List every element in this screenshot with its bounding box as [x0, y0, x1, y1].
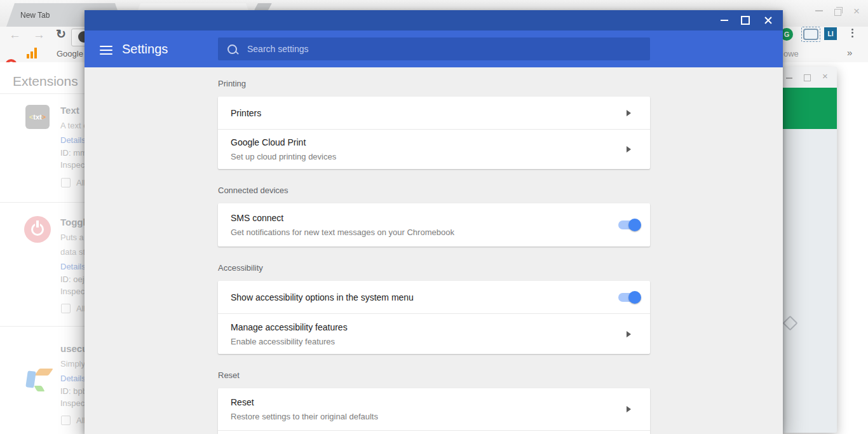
accessibility-options-toggle[interactable] [618, 293, 640, 302]
icon-char: txt [33, 113, 41, 121]
side-window-titlebar: × [783, 67, 837, 88]
bookmarks-overflow-icon[interactable]: » [847, 47, 852, 58]
side-close-button[interactable]: × [822, 71, 828, 81]
browser-minimize-button[interactable] [815, 10, 823, 11]
row-subtitle: Enable accessibility features [231, 337, 606, 346]
allow-checkbox[interactable] [61, 416, 71, 425]
sms-connect-toggle[interactable] [618, 220, 640, 229]
row-subtitle: Restore settings to their original defau… [231, 412, 606, 421]
forward-icon[interactable]: → [33, 29, 45, 41]
settings-content: Printing Printers Google Cloud Print Set… [218, 67, 650, 434]
extension-id: ID: mm [60, 148, 87, 158]
capture-extension-icon[interactable] [803, 29, 818, 40]
allow-checkbox[interactable] [61, 304, 71, 313]
row-title: Manage accessibility features [231, 322, 606, 332]
pencil-outline-icon [782, 315, 797, 330]
printing-card: Printers Google Cloud Print Set up cloud… [218, 97, 650, 169]
inspect-text[interactable]: Inspect [60, 398, 87, 408]
tab-label: New Tab [20, 11, 50, 20]
power-icon [24, 216, 51, 243]
usecure-cube-icon [25, 367, 51, 393]
allow-checkbox[interactable] [61, 178, 71, 187]
settings-maximize-button[interactable] [741, 10, 750, 31]
reload-icon[interactable]: ↻ [56, 28, 66, 40]
search-icon [227, 44, 237, 54]
navigate-forward-icon [627, 110, 631, 116]
side-app-window: × [783, 67, 837, 433]
row-google-cloud-print[interactable]: Google Cloud Print Set up cloud printing… [218, 129, 650, 169]
navigate-forward-icon [627, 146, 631, 153]
details-link[interactable]: Details [60, 262, 86, 271]
section-label-printing: Printing [218, 79, 650, 88]
extension-description: Puts a [60, 233, 84, 242]
extension-name: Text [60, 105, 79, 116]
settings-title: Settings [122, 42, 168, 57]
row-title: SMS connect [231, 213, 606, 223]
accessibility-card: Show accessibility options in the system… [218, 281, 650, 354]
row-title: Printers [231, 108, 606, 118]
side-window-header [783, 88, 837, 129]
extension-description: Simply [60, 359, 85, 369]
row-manage-accessibility-features[interactable]: Manage accessibility features Enable acc… [218, 313, 650, 354]
extension-name: Toggl [60, 217, 86, 227]
inspect-text[interactable]: Inspect [60, 287, 87, 296]
li-extension-icon[interactable]: LI [824, 27, 837, 40]
navigate-forward-icon [627, 331, 631, 337]
navigate-forward-icon [627, 406, 631, 412]
extension-description: A text e [60, 121, 88, 130]
settings-titlebar[interactable] [85, 10, 783, 31]
page-title: Extensions [13, 74, 78, 89]
analytics-icon[interactable] [27, 48, 38, 58]
reset-card: Reset Restore settings to their original… [218, 388, 650, 434]
row-sms-connect[interactable]: SMS connect Get notifications for new te… [218, 203, 650, 247]
side-minimize-button[interactable] [786, 78, 792, 79]
browser-restore-button[interactable] [834, 9, 841, 16]
row-reset[interactable]: Reset Restore settings to their original… [218, 388, 650, 430]
details-link[interactable]: Details [60, 135, 86, 145]
side-maximize-button[interactable] [804, 74, 811, 81]
search-box[interactable] [218, 37, 650, 60]
section-label-reset: Reset [218, 370, 650, 380]
row-title: Reset [231, 397, 606, 407]
screen: New Tab × Extensions × × ← → ↻ G L [0, 0, 868, 434]
browser-close-button[interactable]: × [853, 5, 860, 18]
extension-name: usecu [60, 343, 88, 354]
row-subtitle: Set up cloud printing devices [231, 152, 606, 161]
section-label-connected-devices: Connected devices [218, 186, 650, 195]
inspect-text[interactable]: Inspect [60, 160, 87, 170]
hamburger-menu-icon[interactable] [100, 43, 112, 57]
row-title: Show accessibility options in the system… [231, 292, 606, 302]
details-link[interactable]: Details [60, 374, 86, 383]
browser-menu-icon[interactable] [851, 27, 853, 39]
section-label-accessibility: Accessibility [218, 263, 650, 273]
row-subtitle: Get notifications for new text messages … [231, 227, 606, 237]
icon-char: > [42, 113, 46, 121]
settings-window: Settings Printing Printers Google Cloud … [85, 10, 783, 434]
extension-description: data st [60, 247, 85, 257]
search-input[interactable] [246, 43, 650, 55]
next-row-partial [218, 430, 650, 434]
connected-devices-card: SMS connect Get notifications for new te… [218, 203, 650, 247]
text-extension-icon: <txt> [25, 105, 50, 129]
bookmark-label-right[interactable]: owe [783, 49, 799, 58]
settings-header: Settings [85, 31, 783, 67]
settings-minimize-button[interactable] [721, 10, 728, 31]
back-icon[interactable]: ← [9, 29, 21, 41]
row-title: Google Cloud Print [231, 137, 606, 147]
row-show-accessibility-options[interactable]: Show accessibility options in the system… [218, 281, 650, 313]
row-printers[interactable]: Printers [218, 97, 650, 129]
new-tab-button[interactable] [254, 3, 272, 10]
extension-id: ID: bpb [60, 386, 87, 396]
settings-close-button[interactable] [764, 10, 773, 31]
